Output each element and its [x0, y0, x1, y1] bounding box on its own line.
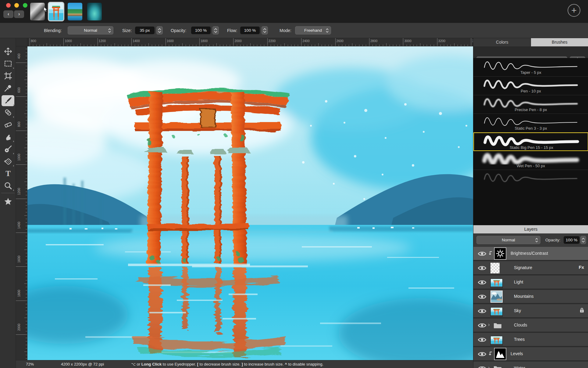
clipping-arrow-icon	[489, 251, 493, 257]
close-window-button[interactable]	[6, 3, 11, 8]
crop-tool[interactable]	[2, 71, 14, 82]
brush-item[interactable]	[473, 170, 588, 187]
layer-thumbnail[interactable]	[490, 290, 503, 304]
layer-blend-mode-dropdown[interactable]: Normal	[476, 236, 540, 244]
torii-painting	[27, 46, 473, 360]
back-button[interactable]: ‹	[3, 10, 13, 18]
document-thumbnail-4[interactable]	[87, 3, 102, 20]
forward-button[interactable]: ›	[14, 10, 24, 18]
expander-chevron-icon[interactable]: ›	[488, 322, 490, 328]
layer-thumbnail[interactable]	[494, 365, 502, 368]
tab-brushes[interactable]: Brushes	[531, 38, 588, 46]
brush-item[interactable]: Precise Pen - 8 px	[473, 95, 588, 114]
blur-tool[interactable]	[2, 144, 14, 155]
horizontal-ruler: 8001000120014001600180020002200240026002…	[27, 38, 473, 46]
brush-icon	[4, 96, 12, 106]
layer-thumbnail[interactable]	[494, 247, 506, 261]
eye-visibility-icon[interactable]	[478, 294, 486, 301]
size-stepper[interactable]	[156, 26, 163, 34]
document-thumbnail-3[interactable]	[68, 3, 82, 20]
size-input[interactable]: 35 px	[135, 27, 155, 34]
document-info: 4200 x 2200px @ 72 ppi	[61, 362, 104, 366]
expander-chevron-icon[interactable]: ›	[488, 365, 490, 368]
layer-opacity-stepper[interactable]	[580, 236, 586, 244]
flow-stepper[interactable]	[262, 26, 268, 34]
zoom-window-button[interactable]	[23, 3, 27, 8]
layer-thumbnail[interactable]	[490, 307, 503, 317]
brush-category-row: Sketching	[473, 46, 588, 58]
layer-opacity-input[interactable]: 100 %	[564, 236, 579, 244]
brush-item[interactable]: Static Big Pen 15 - 15 px	[473, 132, 588, 151]
brush-item[interactable]: Pen - 10 px	[473, 77, 588, 95]
document-thumbnail-1[interactable]	[30, 3, 45, 20]
ruler-label: 2000	[234, 39, 241, 43]
flow-input[interactable]: 100 %	[240, 27, 260, 34]
blur-icon	[4, 145, 12, 154]
new-document-button[interactable]: +	[568, 4, 580, 17]
layer-row[interactable]: Trees	[473, 333, 588, 347]
ruler-label: 1600	[167, 39, 174, 43]
eye-visibility-icon[interactable]	[478, 280, 486, 287]
brush-stroke-preview	[479, 170, 583, 184]
eye-visibility-icon[interactable]	[478, 351, 486, 358]
favorites-tool[interactable]	[2, 197, 14, 207]
blending-dropdown[interactable]: Normal	[68, 26, 113, 34]
layer-name: Clouds	[514, 323, 527, 327]
healing-tool[interactable]	[2, 107, 14, 118]
zoom-tool[interactable]	[2, 181, 14, 192]
canvas-artwork[interactable]	[27, 46, 473, 360]
layer-row[interactable]: ›Water	[473, 362, 588, 368]
layer-name: Brightness/Contrast	[511, 251, 548, 256]
brush-label: Static Big Pen 15 - 15 px	[474, 145, 588, 150]
brush-item[interactable]: Taper - 5 px	[473, 58, 588, 77]
smudge-tool[interactable]	[2, 132, 14, 143]
healing-icon	[4, 108, 12, 118]
eye-visibility-icon[interactable]	[478, 337, 486, 344]
fill-tool[interactable]	[2, 156, 14, 167]
ruler-label: 800	[31, 39, 36, 43]
layer-thumbnail[interactable]	[490, 263, 500, 275]
mode-dropdown[interactable]: Freehand	[295, 26, 331, 34]
layer-row[interactable]: Mountains	[473, 290, 588, 304]
layer-row[interactable]: Light	[473, 276, 588, 289]
lock-icon[interactable]	[580, 308, 584, 314]
eye-visibility-icon[interactable]	[478, 251, 486, 258]
fx-badge[interactable]: Fx	[579, 265, 584, 270]
layer-opacity-label: Opacity:	[545, 233, 561, 248]
layer-row[interactable]: SignatureFx	[473, 261, 588, 275]
crop-icon	[4, 72, 12, 81]
eye-visibility-icon[interactable]	[478, 366, 486, 368]
brush-tool[interactable]	[2, 95, 14, 106]
layer-thumbnail[interactable]	[494, 322, 502, 330]
brush-label: Precise Pen - 8 px	[473, 107, 588, 112]
layer-thumbnail[interactable]	[494, 348, 506, 361]
opacity-stepper[interactable]	[212, 26, 219, 34]
move-tool[interactable]	[2, 46, 14, 57]
opacity-input[interactable]: 100 %	[191, 27, 211, 34]
text-icon: T	[4, 169, 12, 179]
layer-thumbnail[interactable]	[490, 336, 503, 345]
minimize-window-button[interactable]	[14, 3, 19, 8]
brush-item[interactable]: Static Pen 3 - 3 px	[473, 114, 588, 132]
clipping-arrow-icon	[489, 351, 493, 358]
brush-item[interactable]: Wet Pen - 50 px	[473, 151, 588, 170]
eraser-tool[interactable]	[2, 120, 14, 131]
text-tool[interactable]: T	[2, 168, 14, 179]
blending-label: Blending:	[44, 23, 62, 38]
layer-row[interactable]: ›Clouds	[473, 319, 588, 332]
eyedropper-tool[interactable]	[2, 83, 14, 94]
layer-thumbnail[interactable]	[490, 279, 503, 288]
document-thumbnail-2[interactable]	[48, 2, 64, 21]
eye-visibility-icon[interactable]	[478, 323, 486, 330]
layer-name: Signature	[514, 265, 532, 270]
ruler-label: 800	[17, 121, 21, 127]
marquee-tool[interactable]	[2, 59, 14, 70]
eye-visibility-icon[interactable]	[478, 265, 486, 272]
layer-name: Mountains	[514, 294, 534, 299]
layer-row[interactable]: Brightness/Contrast	[473, 247, 588, 261]
tab-colors[interactable]: Colors	[473, 38, 531, 46]
layer-row[interactable]: Sky	[473, 304, 588, 318]
ruler-label: 1000	[65, 39, 72, 43]
layer-row[interactable]: Levels	[473, 347, 588, 361]
eye-visibility-icon[interactable]	[478, 308, 486, 315]
